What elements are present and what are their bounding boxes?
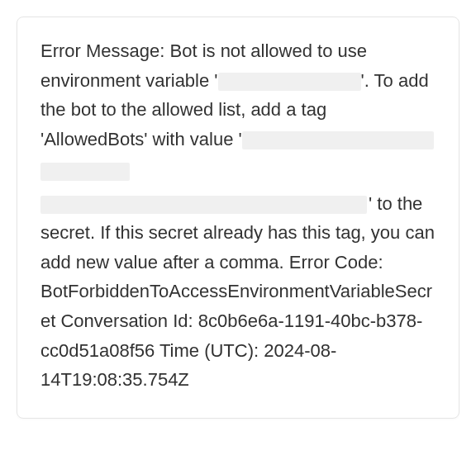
error-text-part-3: ' to the secret. If this secret already …	[40, 193, 435, 391]
redacted-allowed-bot-value-line-3	[40, 196, 367, 214]
redacted-allowed-bot-value-line-1	[242, 131, 434, 149]
redacted-env-variable-name	[218, 73, 361, 91]
error-message-card: Error Message: Bot is not allowed to use…	[17, 17, 459, 419]
error-message-text: Error Message: Bot is not allowed to use…	[40, 36, 436, 395]
redacted-allowed-bot-value-line-2	[40, 163, 130, 181]
